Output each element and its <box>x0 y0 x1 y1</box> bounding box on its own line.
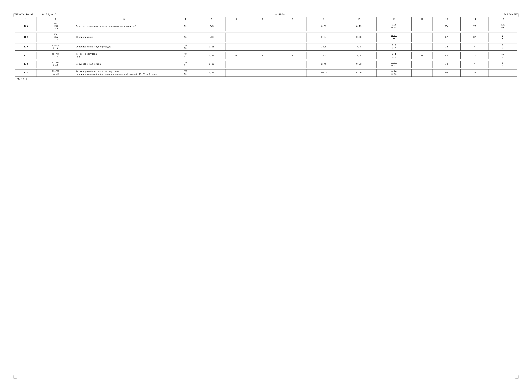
cell-col12: — <box>411 33 432 42</box>
cell-col15: 93 <box>489 61 517 68</box>
col-header-1: 1 <box>15 17 36 22</box>
cell-col9: 0,07 <box>306 33 341 42</box>
cell-code: I3–287 89–I <box>36 61 75 68</box>
cell-col13: I3 <box>432 61 461 68</box>
cell-description: Обеспыливание <box>75 33 173 42</box>
cell-col7: — <box>247 61 278 68</box>
cell-description: Антикоррозийное покрытие внутрен- них по… <box>75 69 173 76</box>
cell-id: II0 <box>15 43 36 51</box>
top-left-corner <box>14 14 17 17</box>
cell-col8: — <box>278 52 306 59</box>
cell-col10: 4,6 <box>341 43 376 51</box>
cell-col13: I3 <box>432 43 461 51</box>
cell-col8: — <box>278 22 306 31</box>
cell-col8: — <box>278 61 306 68</box>
cell-col12: — <box>411 69 432 76</box>
content-area: 1 2 3 4 5 6 7 8 9 10 11 12 13 14 15 <box>10 17 522 84</box>
col-header-11: 11 <box>376 17 412 22</box>
spacer-row <box>15 59 517 61</box>
col-header-12: 12 <box>411 17 432 22</box>
cell-col14: II <box>461 52 489 59</box>
cell-col14: 7I <box>461 22 489 31</box>
cell-id: II3 <box>15 69 36 76</box>
cell-col11: 0,240,06 <box>376 69 412 76</box>
cell-id: III <box>15 52 36 59</box>
cell-code: I3– –26I 33–5 <box>36 22 75 31</box>
main-table: 1 2 3 4 5 6 7 8 9 10 11 12 13 14 15 <box>15 17 517 77</box>
table-row: II0I3–267 34–2Обезжиривание трубопроводо… <box>15 43 517 51</box>
cell-col9: I5,8 <box>306 43 341 51</box>
table-row: I08I3– –26I 33–5Очистка кварцевым песком… <box>15 22 517 31</box>
note-text: 7I,7 х 6 <box>15 77 517 80</box>
cell-col10: 22.92 <box>341 69 376 76</box>
cell-unit: М2 <box>173 33 198 42</box>
cell-col10: 0,73 <box>341 61 376 68</box>
cell-col9: I0,2 <box>306 52 341 59</box>
col-header-8: 8 <box>278 17 306 22</box>
cell-col15: 5— <box>489 33 517 42</box>
bottom-right-corner <box>515 375 518 378</box>
spacer-row <box>15 51 517 52</box>
cell-unit: I00 М2 <box>173 43 198 51</box>
al-label: Ал.I8,кн.5 <box>42 13 57 16</box>
cell-col9: 0,89 <box>306 22 341 31</box>
cell-col15: I59 <box>489 52 517 59</box>
cell-col14: 4 <box>461 43 489 51</box>
page: 903-I-278.90. Ал.I8,кн.5 — 496— 24218-26… <box>10 10 522 382</box>
cell-unit: М2 <box>173 22 198 31</box>
cell-col7: — <box>247 43 278 51</box>
cell-col5: 4,4I <box>198 52 226 59</box>
col-header-10: 10 <box>341 17 376 22</box>
col-header-2: 2 <box>36 17 75 22</box>
cell-code: I3– –265 33–9 <box>36 33 75 42</box>
cell-col10: 0,06 <box>341 33 376 42</box>
cell-col6: — <box>226 61 247 68</box>
cell-col13: 334 <box>432 22 461 31</box>
cell-col7: — <box>247 33 278 42</box>
page-number: — 496— <box>276 13 285 16</box>
cell-col11: I,730,52 <box>376 61 412 68</box>
col-header-4: 4 <box>173 17 198 22</box>
spacer-row <box>15 68 517 69</box>
cell-description: То же, оборудова- ния <box>75 52 173 59</box>
doc-number: 903-I-278.90. <box>15 13 35 16</box>
header-row: 1 2 3 4 5 6 7 8 9 10 11 12 13 14 15 <box>15 17 517 22</box>
cell-code: I3–I27 I5–I2 <box>36 69 75 76</box>
cell-id: II2 <box>15 61 36 68</box>
table-row: II2I3–287 89–IИскусственная сушкаI00 М25… <box>15 61 517 68</box>
cell-unit: I00 М2 <box>173 69 198 76</box>
cell-col7: — <box>247 22 278 31</box>
cell-col9: 2,46 <box>306 61 341 68</box>
cell-col11: 6,84,2 <box>376 43 412 51</box>
cell-col6: — <box>226 33 247 42</box>
cell-col12: — <box>411 43 432 51</box>
col-header-13: 13 <box>432 17 461 22</box>
cell-col14: 35 <box>461 69 489 76</box>
col-header-15: 15 <box>489 17 517 22</box>
cell-col13: 650 <box>432 69 461 76</box>
cell-col8: — <box>278 33 306 42</box>
col-header-14: 14 <box>461 17 489 22</box>
cell-unit: I00 М2 <box>173 61 198 68</box>
cell-col6: — <box>226 69 247 76</box>
cell-code: I3–270 34–5 <box>36 52 75 59</box>
cell-col6: — <box>226 22 247 31</box>
cell-col5: 0,85 <box>198 43 226 51</box>
cell-col8: — <box>278 69 306 76</box>
col-header-9: 9 <box>306 17 341 22</box>
cell-col6: — <box>226 43 247 51</box>
cell-code: I3–267 34–2 <box>36 43 75 51</box>
cell-col15: — <box>489 69 517 76</box>
header-area: 903-I-278.90. Ал.I8,кн.5 — 496— 24218-26 <box>10 10 522 17</box>
col-header-7: 7 <box>247 17 278 22</box>
doc-code: 24218-26 <box>504 13 517 16</box>
cell-col6: — <box>226 52 247 59</box>
cell-col14: 32 <box>461 33 489 42</box>
cell-col12: — <box>411 22 432 31</box>
cell-col11: 3,42,I <box>376 52 412 59</box>
col-header-3: 3 <box>75 17 173 22</box>
cell-col7: — <box>247 52 278 59</box>
cell-col12: — <box>411 52 432 59</box>
col-header-6: 6 <box>226 17 247 22</box>
cell-unit: I00 М2 <box>173 52 198 59</box>
